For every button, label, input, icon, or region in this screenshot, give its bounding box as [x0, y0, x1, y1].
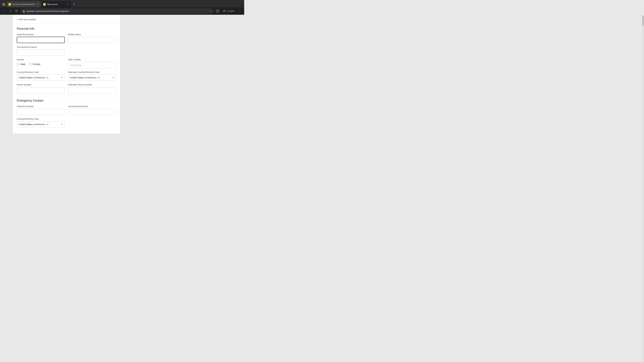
gender-male-radio[interactable]: [17, 63, 20, 65]
country-territory-code-label: Country/Territory Code: [17, 71, 65, 73]
emergency-country-spacer: [68, 118, 116, 128]
emergency-surname-last-name-input[interactable]: [68, 109, 116, 115]
tab-close-1[interactable]: ✕: [36, 3, 39, 6]
given-first-name-group: Given/First Name: [17, 33, 65, 43]
svg-point-8: [240, 11, 240, 11]
emergency-given-first-name-label: Given/First Name: [17, 105, 65, 108]
emergency-surname-last-name-label: Surname/Last Name: [68, 105, 116, 108]
tab-label-2: My Account: [47, 3, 65, 5]
tab-close-2[interactable]: ✕: [66, 3, 69, 6]
personal-info-form-body: Given/First Name Middle Name Surname/Las…: [13, 33, 120, 134]
personal-info-title: Personal Info: [13, 24, 120, 33]
gender-female-radio[interactable]: [29, 63, 32, 65]
browser-chrome: Z Account communications ✕ Z My Account …: [0, 0, 244, 15]
emergency-given-first-name-input[interactable]: [17, 109, 65, 115]
form-card: + Add new traveler Personal Info Given/F…: [13, 15, 120, 134]
gender-radio-group: Male Female: [17, 63, 65, 65]
alt-country-territory-code-label: Alternate Country/Territory Code: [68, 71, 116, 73]
emergency-country-territory-code-group: Country/Territory Code United States of …: [17, 118, 65, 128]
tab-switcher-button[interactable]: [1, 2, 6, 7]
gender-male-label: Male: [20, 63, 26, 65]
tab-favicon-2: Z: [43, 3, 46, 6]
split-view-button[interactable]: [215, 9, 220, 13]
alt-phone-number-input[interactable]: [68, 87, 116, 93]
forward-button[interactable]: [8, 9, 13, 13]
surname-spacer: [68, 46, 116, 56]
tab-my-account[interactable]: Z My Account ✕: [41, 1, 71, 7]
given-first-name-input[interactable]: [17, 37, 65, 43]
address-bar[interactable]: 🔒 expedia.com/user/account/?&selc=paymen…: [20, 8, 214, 14]
alt-country-territory-code-group: Alternate Country/Territory Code United …: [68, 71, 116, 81]
tab-account-communications[interactable]: Z Account communications ✕: [6, 1, 41, 7]
phone-number-input[interactable]: [17, 87, 65, 93]
phone-row: Phone Number Alternate Phone Number: [17, 83, 116, 93]
add-traveler-link[interactable]: + Add new traveler: [13, 15, 120, 24]
gender-label: Gender: [17, 58, 65, 61]
phone-number-label: Phone Number: [17, 83, 65, 86]
alt-phone-number-label: Alternate Phone Number: [68, 83, 116, 86]
tab-favicon-1: Z: [8, 3, 11, 6]
surname-last-name-label: Surname/Last Name: [17, 46, 65, 48]
emergency-surname-last-name-group: Surname/Last Name: [68, 105, 116, 115]
date-of-birth-group: Date Of Birth: [68, 58, 116, 68]
middle-name-input[interactable]: [68, 37, 116, 43]
svg-rect-2: [3, 4, 4, 5]
emergency-name-row: Given/First Name Surname/Last Name: [17, 105, 116, 115]
country-territory-code-select[interactable]: United States of America + 1: [17, 74, 65, 81]
emergency-contact-title: Emergency Contact: [17, 99, 116, 102]
emergency-country-territory-code-select[interactable]: United States of America + 1: [17, 121, 65, 128]
country-code-row: Country/Territory Code United States of …: [17, 71, 116, 81]
svg-rect-3: [4, 4, 5, 5]
bookmark-icon[interactable]: ☆: [209, 9, 212, 13]
country-territory-code-group: Country/Territory Code United States of …: [17, 71, 65, 81]
section-divider: [17, 96, 116, 96]
emergency-country-territory-code-label: Country/Territory Code: [17, 118, 65, 120]
given-first-name-label: Given/First Name: [17, 33, 65, 36]
gender-group: Gender Male Female: [17, 58, 65, 68]
tab-bar: Z Account communications ✕ Z My Account …: [0, 0, 244, 7]
gender-female-option[interactable]: Female: [29, 63, 40, 65]
incognito-badge: Incognito: [221, 9, 236, 13]
nav-bar: 🔒 expedia.com/user/account/?&selc=paymen…: [0, 7, 244, 15]
tab-label-1: Account communications: [12, 3, 35, 5]
svg-rect-0: [3, 3, 4, 4]
incognito-label: Incognito: [226, 10, 235, 12]
alt-phone-number-group: Alternate Phone Number: [68, 83, 116, 93]
page-content: + Add new traveler Personal Info Given/F…: [0, 15, 244, 136]
date-of-birth-label: Date Of Birth: [68, 58, 116, 61]
svg-point-9: [240, 12, 240, 12]
address-bar-url: expedia.com/user/account/?&selc=payment: [26, 10, 208, 12]
name-row: Given/First Name Middle Name: [17, 33, 116, 43]
refresh-button[interactable]: [14, 9, 19, 13]
gender-female-label: Female: [32, 63, 40, 65]
surname-last-name-group: Surname/Last Name: [17, 46, 65, 56]
middle-name-label: Middle Name: [68, 33, 116, 36]
surname-last-name-input[interactable]: [17, 49, 65, 56]
emergency-country-row: Country/Territory Code United States of …: [17, 118, 116, 128]
date-of-birth-input[interactable]: [68, 62, 116, 68]
phone-number-group: Phone Number: [17, 83, 65, 93]
surname-row: Surname/Last Name: [17, 46, 116, 56]
lock-icon: 🔒: [22, 10, 25, 12]
back-button[interactable]: [2, 9, 7, 13]
gender-male-option[interactable]: Male: [17, 63, 26, 65]
gender-dob-row: Gender Male Female Date Of Birth: [17, 58, 116, 68]
emergency-given-first-name-group: Given/First Name: [17, 105, 65, 115]
alt-country-territory-code-select[interactable]: United States of America + 1: [68, 74, 116, 81]
svg-point-7: [240, 10, 240, 10]
svg-rect-1: [4, 3, 5, 4]
new-tab-button[interactable]: +: [72, 2, 76, 7]
menu-button[interactable]: [238, 9, 242, 13]
middle-name-group: Middle Name: [68, 33, 116, 43]
